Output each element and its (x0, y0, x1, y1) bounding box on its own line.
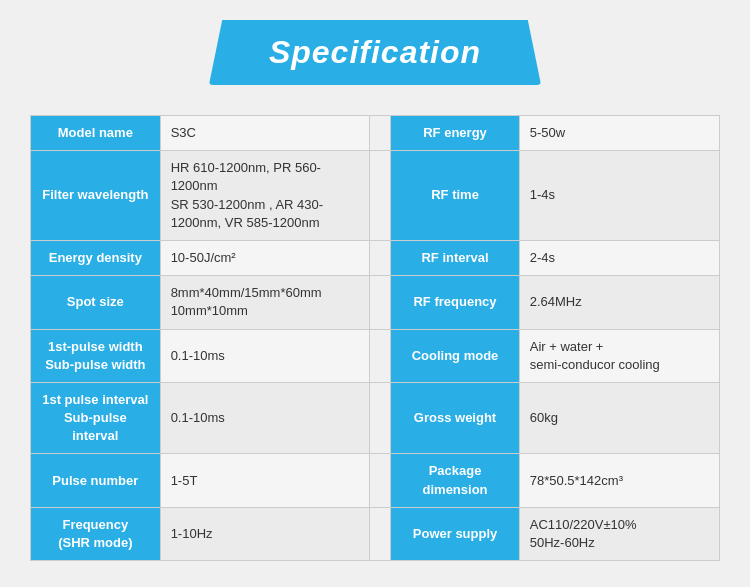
right-value-cell: 1-4s (519, 151, 719, 241)
table-row: Energy density10-50J/cm²RF interval2-4s (31, 240, 720, 275)
left-label-cell: Pulse number (31, 454, 161, 507)
table-row: Frequency(SHR mode)1-10HzPower supplyAC1… (31, 507, 720, 560)
page-title: Specification (269, 34, 481, 71)
right-label-cell: Package dimension (391, 454, 519, 507)
spacer-cell (370, 276, 391, 329)
spacer-cell (370, 454, 391, 507)
left-label-cell: Spot size (31, 276, 161, 329)
left-label-cell: Filter wavelength (31, 151, 161, 241)
left-value-cell: 8mm*40mm/15mm*60mm10mm*10mm (160, 276, 370, 329)
spacer-cell (370, 329, 391, 382)
spacer-cell (370, 240, 391, 275)
left-value-cell: 0.1-10ms (160, 382, 370, 454)
right-label-cell: Gross weight (391, 382, 519, 454)
right-label-cell: RF frequency (391, 276, 519, 329)
title-box: Specification (209, 20, 541, 85)
table-row: Spot size8mm*40mm/15mm*60mm10mm*10mmRF f… (31, 276, 720, 329)
right-value-cell: 78*50.5*142cm³ (519, 454, 719, 507)
right-value-cell: 60kg (519, 382, 719, 454)
spacer-cell (370, 151, 391, 241)
left-value-cell: S3C (160, 116, 370, 151)
spacer-cell (370, 116, 391, 151)
left-label-cell: Energy density (31, 240, 161, 275)
left-label-cell: 1st-pulse widthSub-pulse width (31, 329, 161, 382)
table-row: Filter wavelengthHR 610-1200nm, PR 560-1… (31, 151, 720, 241)
table-row: 1st pulse intervalSub-pulse interval0.1-… (31, 382, 720, 454)
right-value-cell: 2-4s (519, 240, 719, 275)
table-row: Pulse number1-5TPackage dimension78*50.5… (31, 454, 720, 507)
left-value-cell: 1-10Hz (160, 507, 370, 560)
spacer-cell (370, 382, 391, 454)
spec-table: Model nameS3CRF energy5-50wFilter wavele… (30, 115, 720, 561)
right-value-cell: 2.64MHz (519, 276, 719, 329)
left-value-cell: 0.1-10ms (160, 329, 370, 382)
right-value-cell: Air + water +semi-conducor cooling (519, 329, 719, 382)
right-label-cell: RF time (391, 151, 519, 241)
left-label-cell: Frequency(SHR mode) (31, 507, 161, 560)
left-label-cell: 1st pulse intervalSub-pulse interval (31, 382, 161, 454)
right-label-cell: RF energy (391, 116, 519, 151)
spacer-cell (370, 507, 391, 560)
title-container: Specification (30, 20, 720, 85)
table-row: 1st-pulse widthSub-pulse width0.1-10msCo… (31, 329, 720, 382)
right-label-cell: RF interval (391, 240, 519, 275)
left-value-cell: 1-5T (160, 454, 370, 507)
left-value-cell: 10-50J/cm² (160, 240, 370, 275)
right-value-cell: AC110/220V±10%50Hz-60Hz (519, 507, 719, 560)
right-value-cell: 5-50w (519, 116, 719, 151)
table-row: Model nameS3CRF energy5-50w (31, 116, 720, 151)
right-label-cell: Power supply (391, 507, 519, 560)
right-label-cell: Cooling mode (391, 329, 519, 382)
left-label-cell: Model name (31, 116, 161, 151)
left-value-cell: HR 610-1200nm, PR 560-1200nmSR 530-1200n… (160, 151, 370, 241)
